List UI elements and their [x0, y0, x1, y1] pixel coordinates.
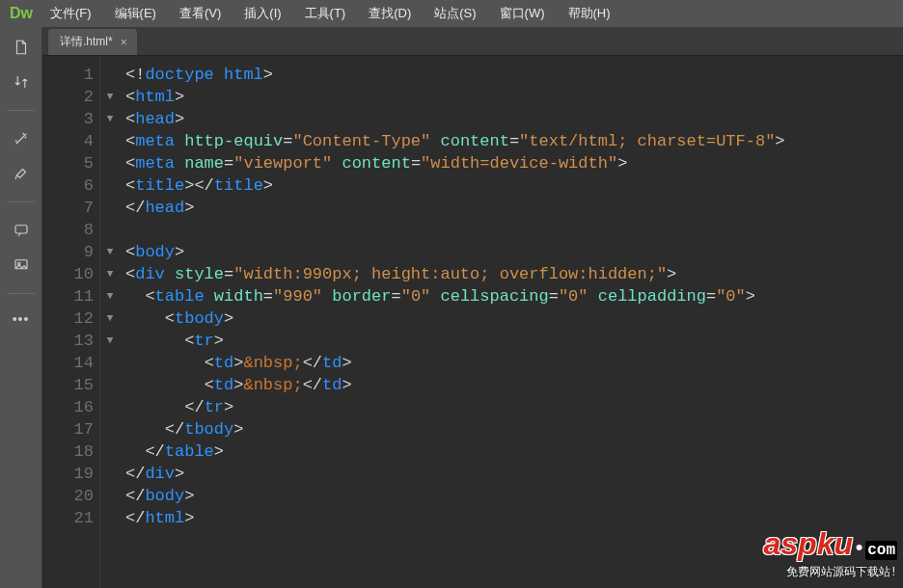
- watermark-text: aspku: [764, 526, 853, 561]
- comment-icon[interactable]: [9, 220, 34, 241]
- fold-gutter[interactable]: ▼▼▼▼▼▼▼: [100, 56, 120, 588]
- image-icon[interactable]: [9, 254, 34, 276]
- menu-item[interactable]: 帮助(H): [557, 5, 622, 22]
- menu-item[interactable]: 工具(T): [293, 5, 358, 22]
- watermark: aspku•com 免费网站源码下载站!: [764, 533, 898, 584]
- tool-panel: •••: [0, 27, 42, 588]
- code-editor[interactable]: 123456789101112131415161718192021 ▼▼▼▼▼▼…: [42, 56, 903, 588]
- menu-item[interactable]: 查找(D): [357, 5, 423, 22]
- svg-rect-0: [15, 226, 27, 233]
- menu-item[interactable]: 查看(V): [168, 5, 233, 22]
- app-logo: Dw: [4, 5, 39, 22]
- menu-bar: Dw 文件(F)编辑(E)查看(V)插入(I)工具(T)查找(D)站点(S)窗口…: [0, 0, 903, 27]
- separator: [8, 110, 35, 111]
- menu-item[interactable]: 文件(F): [39, 5, 103, 22]
- document-tab[interactable]: 详情.html* ×: [48, 29, 137, 55]
- menu-item[interactable]: 插入(I): [233, 5, 292, 22]
- file-icon[interactable]: [9, 37, 34, 58]
- more-tools-icon[interactable]: •••: [13, 311, 30, 327]
- code-content[interactable]: <!doctype html><html><head><meta http-eq…: [120, 56, 903, 588]
- menu-item[interactable]: 站点(S): [423, 5, 487, 22]
- wand-icon[interactable]: [9, 128, 34, 149]
- tab-title: 详情.html*: [60, 34, 113, 50]
- separator: [8, 201, 35, 202]
- sort-icon[interactable]: [9, 71, 34, 93]
- workspace: ••• 详情.html* × 1234567891011121314151617…: [0, 27, 903, 588]
- line-gutter: 123456789101112131415161718192021: [42, 56, 100, 588]
- tab-bar: 详情.html* ×: [42, 27, 903, 56]
- close-icon[interactable]: ×: [121, 36, 127, 49]
- menu-item[interactable]: 编辑(E): [103, 5, 168, 22]
- brush-icon[interactable]: [9, 163, 34, 184]
- menu-item[interactable]: 窗口(W): [488, 5, 557, 22]
- watermark-subtitle: 免费网站源码下载站!: [764, 562, 898, 584]
- separator: [8, 293, 35, 294]
- editor-area: 详情.html* × 12345678910111213141516171819…: [42, 27, 903, 588]
